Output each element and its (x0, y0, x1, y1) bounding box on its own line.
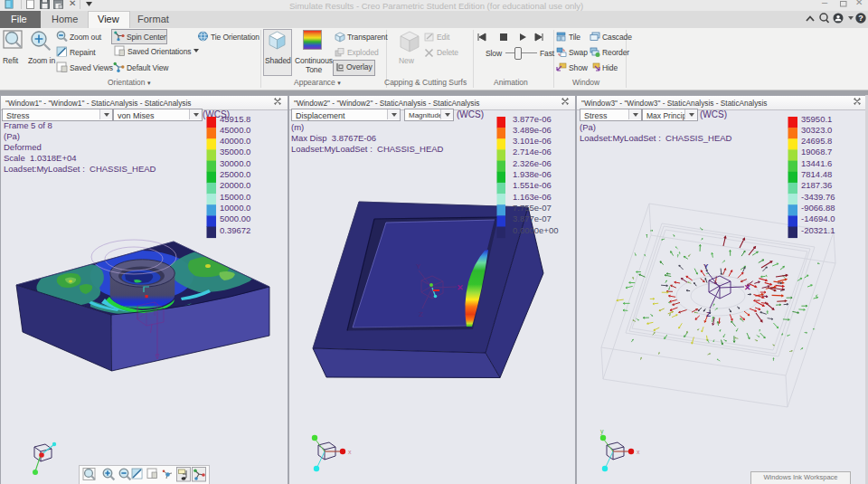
svg-text:10000.0: 10000.0 (220, 203, 250, 213)
svg-text:7.755e-07: 7.755e-07 (513, 203, 552, 213)
svg-text:3.877e-06: 3.877e-06 (513, 114, 552, 124)
svg-text:5000.00: 5000.00 (220, 214, 250, 223)
svg-text:0.0000e+00: 0.0000e+00 (513, 225, 558, 235)
svg-text:2187.36: 2187.36 (801, 180, 832, 190)
svg-text:24695.8: 24695.8 (801, 136, 832, 146)
svg-text:13441.6: 13441.6 (801, 158, 832, 168)
svg-text:1.938e-06: 1.938e-06 (513, 169, 552, 179)
svg-text:1.551e-06: 1.551e-06 (513, 180, 552, 190)
svg-text:-3439.76: -3439.76 (801, 192, 835, 202)
svg-text:3.489e-06: 3.489e-06 (513, 125, 552, 135)
svg-text:45000.0: 45000.0 (220, 125, 250, 135)
svg-text:-14694.0: -14694.0 (801, 214, 835, 223)
svg-text:15000.0: 15000.0 (220, 192, 250, 202)
svg-text:35000.0: 35000.0 (220, 147, 250, 157)
svg-text:1.163e-06: 1.163e-06 (513, 192, 552, 202)
svg-text:2.326e-06: 2.326e-06 (513, 158, 552, 168)
svg-text:3.877e-07: 3.877e-07 (513, 214, 552, 223)
svg-text:19068.7: 19068.7 (801, 147, 832, 157)
svg-text:25000.0: 25000.0 (220, 169, 250, 179)
svg-text:?: ? (858, 14, 863, 23)
svg-text:35950.1: 35950.1 (801, 114, 832, 124)
svg-text:20000.0: 20000.0 (220, 180, 250, 190)
svg-text:2.714e-06: 2.714e-06 (513, 147, 552, 157)
svg-text:30323.0: 30323.0 (801, 125, 832, 135)
svg-text:40000.0: 40000.0 (220, 136, 250, 146)
svg-text:0.39672: 0.39672 (220, 225, 250, 235)
svg-text:7814.48: 7814.48 (801, 169, 832, 179)
svg-text:-9066.88: -9066.88 (801, 203, 835, 213)
svg-text:30000.0: 30000.0 (220, 158, 250, 168)
svg-text:3.101e-06: 3.101e-06 (513, 136, 552, 146)
svg-text:45915.8: 45915.8 (220, 114, 250, 124)
svg-text:-20321.1: -20321.1 (801, 225, 835, 235)
